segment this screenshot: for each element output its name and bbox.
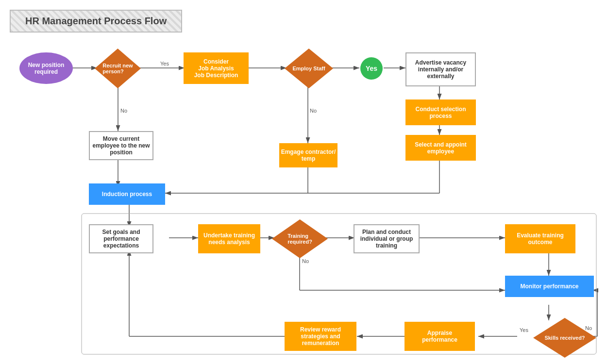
training-required-diamond: Training required?	[272, 219, 328, 258]
no-label-2: No	[310, 108, 317, 114]
new-position-node: New position required	[19, 52, 73, 84]
review-reward-node: Review reward strategies and remuneratio…	[285, 322, 356, 351]
recruit-diamond: Recruit new person?	[95, 49, 141, 88]
canvas: HR Management Process Flow	[0, 0, 607, 364]
monitor-performance-node: Monitor performance	[505, 276, 594, 297]
appraise-node: Appraise performance	[405, 322, 475, 351]
undertake-training-node: Undertake training needs analysis	[198, 224, 260, 253]
title: HR Management Process Flow	[10, 10, 182, 33]
no-label-3: No	[302, 258, 309, 264]
select-appoint-node: Select and appoint employee	[405, 135, 476, 161]
move-employee-node: Move current employee to the new positio…	[89, 131, 153, 160]
induction-node: Induction process	[89, 183, 165, 205]
no-label-1: No	[120, 108, 127, 114]
engage-contractor-node: Emgage contractor/ temp	[279, 143, 337, 167]
yes-circle: Yes	[360, 57, 383, 80]
plan-conduct-node: Plan and conduct individual or group tra…	[354, 224, 420, 253]
employ-staff-diamond: Employ Staff	[285, 49, 333, 88]
conduct-selection-node: Conduct selection process	[405, 99, 476, 125]
skills-received-diamond: Skills received?	[533, 318, 596, 358]
yes-label-1: Yes	[160, 61, 169, 66]
yes-label-3: Yes	[520, 327, 528, 333]
consider-job-node: Consider Job Analysis Job Description	[184, 52, 249, 84]
evaluate-training-node: Evaluate training outcome	[505, 224, 575, 253]
advertise-node: Advertise vacancy internally and/or exte…	[405, 52, 476, 86]
set-goals-node: Set goals and performance expectations	[89, 224, 153, 253]
